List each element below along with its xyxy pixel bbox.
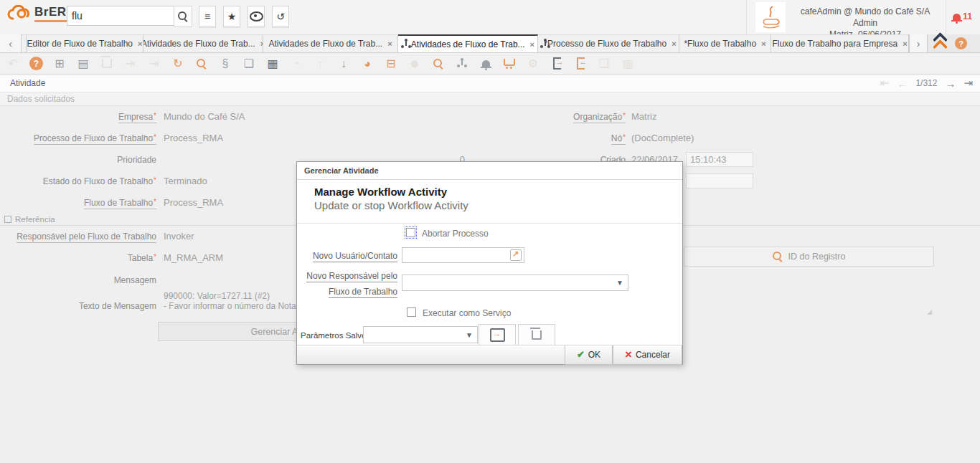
tab-processo-fluxo[interactable]: *Processo de Fluxo de Trabalho× [538, 34, 679, 52]
close-icon[interactable]: × [530, 40, 534, 49]
brerp-logo: BrERP [7, 5, 76, 22]
attachment-icon[interactable]: § [218, 57, 232, 71]
cart-icon[interactable] [502, 57, 517, 71]
close-icon[interactable]: × [387, 39, 392, 48]
collapse-box-icon [4, 216, 11, 223]
zoom-across-icon[interactable] [431, 57, 446, 71]
favorites-button[interactable]: ★ [223, 6, 240, 27]
save-params-button[interactable] [479, 324, 516, 345]
save-record-icon: ⇥ [123, 57, 138, 71]
menu-grid-icon[interactable]: ▦ [265, 57, 280, 71]
field-label-processo[interactable]: Processo de Fluxo de Trabalho [0, 133, 156, 143]
new-responsible-combobox[interactable]: ▼ [402, 275, 628, 291]
tab-editor-fluxo[interactable]: Editor de Fluxo de Trabalho× [27, 34, 143, 52]
open-record-icon[interactable] [510, 249, 522, 261]
dialog-subheading: Update or stop Workflow Activity [314, 199, 468, 211]
alert-icon[interactable] [479, 57, 493, 71]
notifications-button[interactable]: 11 [953, 11, 972, 22]
search-input[interactable] [67, 6, 177, 26]
report-icon[interactable]: ▤ [76, 57, 90, 71]
resize-grip-icon[interactable]: ◢ [927, 308, 932, 315]
record-pager: ⇤ ← 1/312 → ⇥ [880, 77, 973, 90]
field-label-tabela: Tabela [0, 253, 156, 263]
notification-count: 11 [963, 11, 972, 22]
tab-scroll-left-button[interactable]: ‹ [0, 34, 22, 52]
message-text-line2: - Favor informar o número da Nota Fisc [164, 301, 314, 311]
chevron-left-icon: ‹ [9, 38, 12, 49]
help-icon[interactable]: ? [29, 57, 43, 70]
workflow-icon[interactable] [455, 57, 469, 71]
x-icon: × [625, 351, 632, 358]
dropdown-arrow-icon[interactable]: ▼ [613, 277, 626, 290]
last-record-icon[interactable]: ⇥ [963, 77, 973, 90]
field-label-fluxo[interactable]: Fluxo de Trabalho [0, 198, 156, 208]
parent-record-icon: ↑ [313, 57, 327, 71]
bell-icon [953, 14, 961, 20]
field-label-organizacao[interactable]: Organização [402, 112, 626, 122]
first-record-icon: ⇤ [880, 77, 890, 90]
tab-label: *Fluxo de Trabalho [684, 39, 756, 49]
delete-params-button[interactable] [518, 324, 555, 345]
tab-atividades-active[interactable]: Atividades de Fluxo de Trab...× [398, 34, 538, 52]
run-as-service-label: Executar como Serviço [423, 308, 511, 318]
dropdown-arrow-icon[interactable]: ▼ [463, 328, 476, 342]
save-params-icon [490, 328, 505, 342]
breadcrumb-row: Atividade ⇤ ← 1/312 → ⇥ [0, 75, 980, 92]
group-header-dados: Dados solicitados [0, 92, 980, 106]
requery-icon[interactable]: ↻ [171, 57, 185, 71]
chart-icon[interactable]: ◕ [360, 57, 374, 71]
manage-activity-dialog: Gerenciar Atividade Manage Workflow Acti… [296, 161, 683, 365]
field-value-empresa: Mundo do Café S/A [164, 111, 245, 122]
cancel-button[interactable]: × Cancelar [613, 345, 682, 365]
menu-icon: ≡ [204, 11, 210, 22]
help-button[interactable]: ? [955, 37, 967, 49]
logout-icon[interactable] [550, 57, 564, 71]
login-icon[interactable] [573, 57, 588, 71]
tab-label: Fluxo de Trabalho para Empresa [772, 39, 897, 49]
search-button[interactable] [174, 6, 192, 27]
tab-fluxo-trabalho[interactable]: *Fluxo de Trabalho× [679, 34, 771, 52]
tab-partial[interactable] [22, 34, 27, 52]
collapse-menu-button[interactable] [928, 34, 952, 52]
avatar[interactable] [755, 2, 786, 32]
tab-fluxo-empresa[interactable]: Fluxo de Trabalho para Empresa× [771, 34, 909, 52]
close-icon[interactable]: × [138, 39, 142, 48]
user-icon: ☻ [407, 57, 422, 71]
close-icon[interactable]: × [761, 39, 765, 48]
run-as-service-checkbox[interactable] [407, 307, 416, 317]
divider [946, 0, 946, 34]
chat-icon[interactable]: ❏ [242, 57, 256, 71]
tab-atividades-1[interactable]: Atividades de Fluxo de Trab...× [143, 34, 263, 52]
history-button[interactable]: ↺ [272, 6, 289, 27]
empty-input[interactable] [686, 173, 753, 188]
archive-icon[interactable]: ⊟ [384, 57, 398, 71]
criado-time-input[interactable]: 15:10:43 [686, 152, 753, 167]
record-id-button[interactable]: ID do Registro [684, 247, 934, 267]
abort-process-checkbox[interactable] [406, 228, 415, 237]
find-icon[interactable] [194, 57, 209, 71]
new-user-input[interactable] [402, 247, 524, 263]
field-label-responsavel[interactable]: Responsável pelo Fluxo de Trabalho [0, 231, 156, 242]
tab-scroll-right-button[interactable]: › [909, 34, 928, 52]
close-icon[interactable]: × [672, 39, 676, 48]
detail-record-icon[interactable]: ↓ [336, 57, 351, 71]
next-record-icon[interactable]: → [945, 77, 956, 90]
ok-button[interactable]: ✔ OK [565, 345, 613, 365]
recent-views-button[interactable] [248, 6, 265, 27]
dialog-titlebar[interactable]: Gerenciar Atividade [297, 162, 682, 180]
trash-icon [532, 330, 542, 340]
new-record-icon[interactable]: ⊞ [52, 57, 67, 71]
history-icon: ↺ [276, 11, 285, 22]
field-value-organizacao: Matriz [631, 111, 656, 122]
saved-params-combobox[interactable]: ▼ [363, 326, 478, 343]
menu-button[interactable]: ≡ [199, 6, 216, 27]
field-label-no[interactable]: Nó [402, 133, 626, 143]
tab-atividades-2[interactable]: Atividades de Fluxo de Trab...× [263, 34, 398, 52]
question-icon: ? [958, 39, 963, 48]
field-label-empresa[interactable]: Empresa [0, 112, 156, 122]
tab-bar: ‹ Editor de Fluxo de Trabalho× Atividade… [0, 34, 980, 53]
new-responsible-label-line1: Novo Responsável pelo [297, 271, 397, 281]
field-value-tabela: M_RMA_ARM [164, 252, 223, 263]
delete-record-icon [100, 57, 114, 71]
close-icon[interactable]: × [903, 39, 907, 48]
